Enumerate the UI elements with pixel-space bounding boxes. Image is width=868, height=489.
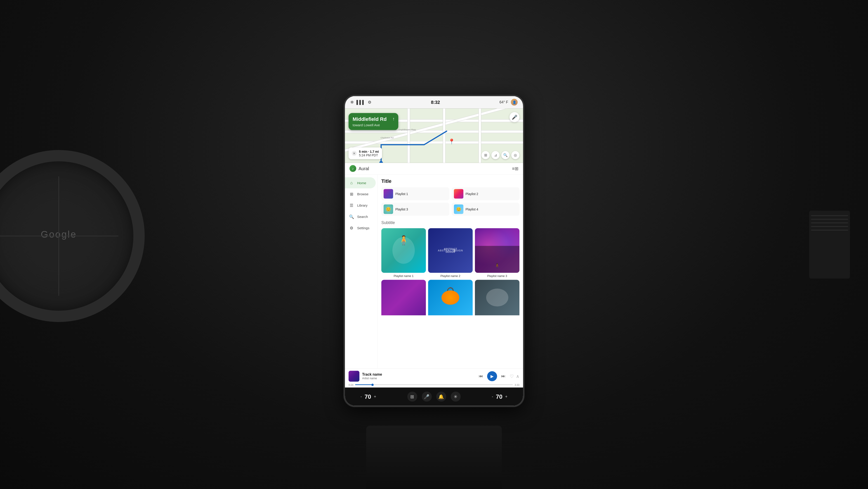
sidebar-item-search[interactable]: 🔍 Search — [345, 211, 377, 222]
app-header: ♪ Aural ≡⊞ — [345, 163, 523, 174]
nav-street: Middlefield Rd — [352, 116, 394, 122]
map-pin-icon: 📍 — [448, 138, 455, 145]
album-card-1[interactable]: 🧍 Playlist name 1 — [381, 228, 426, 278]
album-card-2[interactable]: ABSTRACTDESIGN Playlist name 2 — [428, 228, 473, 278]
playlist-name-1: Playlist 1 — [395, 192, 408, 196]
eta-close-button[interactable]: ✕ — [352, 151, 357, 156]
partial-art-3 — [475, 280, 520, 315]
radio-button[interactable]: ✳ — [451, 392, 461, 402]
search-icon: 🔍 — [349, 214, 354, 219]
app-logo-icon: ♪ — [349, 165, 356, 172]
map-layers-button[interactable]: ⊞ — [482, 151, 490, 159]
album-art-2: ABSTRACTDESIGN — [428, 228, 473, 273]
playlist-thumb-4: 😊 — [454, 204, 463, 214]
vent-slot — [811, 230, 848, 231]
right-vent — [809, 211, 850, 279]
volume-right-control: - 70 + — [492, 393, 507, 400]
vent-slot — [811, 219, 848, 220]
album-grid: 🧍 Playlist name 1 ABSTRACTDESIGN Playlis… — [381, 228, 520, 278]
play-pause-button[interactable]: ▶ — [487, 371, 497, 381]
album-card-3[interactable]: 🧍 Playlist name 3 — [475, 228, 520, 278]
sidebar-item-browse[interactable]: ⊞ Browse — [345, 188, 377, 200]
vol-left-plus[interactable]: + — [374, 394, 376, 399]
temperature-label: 64° F — [500, 100, 508, 104]
partial-card-2[interactable]: 🎧 — [428, 280, 473, 315]
vol-right-minus[interactable]: - — [492, 394, 493, 399]
playlist-name-4: Playlist 4 — [466, 207, 478, 211]
partial-card-1[interactable] — [381, 280, 426, 315]
center-console — [366, 426, 502, 489]
playlist-name-2: Playlist 2 — [466, 192, 478, 196]
playlist-item-1[interactable]: Playlist 1 — [381, 187, 450, 200]
album-art-1: 🧍 — [381, 228, 426, 273]
status-right: 64° F 👤 — [500, 99, 518, 106]
playlist-grid: Playlist 1 Playlist 2 😊 — [381, 187, 520, 215]
app-body: ⌂ Home ⊞ Browse ☰ Library 🔍 Search ⚙ — [345, 174, 523, 368]
vol-right-plus[interactable]: + — [505, 394, 508, 399]
progress-bar[interactable] — [355, 384, 513, 385]
device: ✲ ▌▌▌ ⚙ 8:32 64° F 👤 Amphitheatre Pkwy C… — [344, 94, 524, 407]
skip-back-button[interactable]: ⏮ — [477, 372, 485, 380]
album-name-1: Playlist name 1 — [381, 274, 426, 278]
playlist-thumb-1 — [383, 189, 393, 198]
map-search-button[interactable]: 🔍 — [501, 151, 509, 159]
progress-area: 0:24 3:33 — [348, 383, 520, 386]
main-content: Title Playlist 1 — [378, 174, 523, 368]
playlist-thumb-2 — [454, 189, 463, 198]
map-section: Amphitheatre Pkwy Charleston Rd ↑ Middle… — [345, 108, 523, 163]
app-name: Aural — [359, 166, 369, 171]
track-name: Track name — [362, 372, 474, 377]
vol-left-minus[interactable]: - — [361, 394, 362, 399]
progress-dot — [371, 383, 374, 386]
steering-spoke-v — [59, 176, 59, 296]
status-left-icons: ✲ ▌▌▌ ⚙ — [350, 100, 371, 105]
eta-card: ✕ 5 min · 1.7 mi 5:24 PM PDT — [348, 147, 382, 159]
eta-info: 5 min · 1.7 mi 5:24 PM PDT — [359, 150, 379, 157]
playlist-item-4[interactable]: 😊 Playlist 4 — [452, 203, 520, 215]
sidebar-label-home: Home — [357, 181, 366, 185]
user-avatar[interactable]: 👤 — [511, 99, 518, 106]
progress-fill — [355, 384, 373, 385]
nav-arrow-icon: ↑ — [393, 116, 395, 121]
sidebar-item-home[interactable]: ⌂ Home — [345, 177, 376, 188]
sidebar-label-browse: Browse — [357, 192, 368, 196]
settings-icon: ⚙ — [368, 100, 371, 105]
home-icon: ⌂ — [349, 180, 354, 185]
mic-button[interactable]: 🎤 — [422, 392, 432, 402]
album-name-2: Playlist name 2 — [428, 274, 473, 278]
favorite-button[interactable]: ♡ — [510, 373, 514, 379]
signal-icon: ▌▌▌ — [356, 100, 365, 105]
eta-clock: 5:24 PM PDT — [359, 153, 379, 157]
section-subtitle: Subtitle — [381, 220, 520, 225]
player-controls: ⏮ ▶ ⏭ ♡ ∧ — [477, 371, 520, 381]
bluetooth-icon: ✲ — [350, 100, 354, 105]
sidebar-item-settings[interactable]: ⚙ Settings — [345, 222, 377, 233]
section-title: Title — [381, 178, 520, 184]
playlist-item-2[interactable]: Playlist 2 — [452, 187, 520, 200]
vent-slot — [811, 226, 848, 227]
map-controls: ⊞ ⊿ 🔍 ◎ — [482, 151, 520, 159]
track-artist: Artist name — [362, 377, 474, 380]
map-filter-button[interactable]: ⊿ — [491, 151, 500, 159]
map-mic-button[interactable]: 🎤 — [509, 112, 520, 122]
track-album-art — [348, 371, 360, 381]
skip-forward-button[interactable]: ⏭ — [499, 372, 507, 380]
vol-right-value: 70 — [496, 393, 502, 400]
sidebar-item-library[interactable]: ☰ Library — [345, 200, 377, 211]
expand-button[interactable]: ∧ — [516, 373, 520, 379]
map-location-button[interactable]: ◎ — [511, 151, 520, 159]
bell-button[interactable]: 🔔 — [436, 392, 446, 402]
aural-app: ♪ Aural ≡⊞ ⌂ Home ⊞ Browse ☰ Library — [345, 163, 523, 405]
vol-left-value: 70 — [365, 393, 371, 400]
browse-icon: ⊞ — [349, 192, 354, 196]
partial-art-2: 🎧 — [428, 280, 473, 315]
steering-spoke-h — [0, 235, 119, 236]
queue-icon[interactable]: ≡⊞ — [512, 166, 519, 171]
playlist-item-3[interactable]: 😊 Playlist 3 — [381, 203, 450, 215]
partial-card-3[interactable] — [475, 280, 520, 315]
grid-button[interactable]: ⊞ — [407, 392, 417, 402]
partial-album-row: 🎧 — [381, 280, 520, 315]
album-art-3: 🧍 — [475, 228, 520, 273]
svg-point-0 — [379, 161, 383, 163]
sidebar: ⌂ Home ⊞ Browse ☰ Library 🔍 Search ⚙ — [345, 174, 378, 368]
